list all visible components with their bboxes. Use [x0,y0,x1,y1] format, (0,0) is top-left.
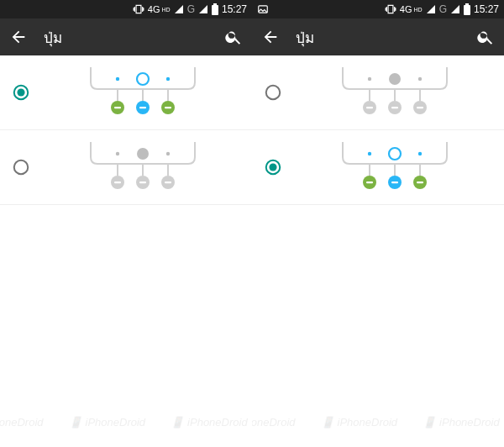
svg-rect-44 [417,107,423,108]
svg-rect-13 [139,107,146,108]
right-pane: 4GHD G 15:27 ปุ่ม [252,0,504,447]
hd-label: HD [162,7,171,13]
svg-point-34 [389,73,401,85]
clock: 15:27 [474,3,499,15]
svg-point-17 [116,152,119,155]
svg-point-47 [368,152,371,155]
radio-unselected[interactable] [12,158,30,176]
svg-rect-24 [114,181,121,183]
left-pane: 4GHD G 15:27 ปุ่ม [0,0,252,447]
watermark: 📱iPhoneDroid 📱iPhoneDroid 📱iPhoneDroid 📱… [252,397,504,447]
page-title: ปุ่ม [44,26,208,49]
option-row-gray[interactable] [252,55,504,130]
network-label: 4G [148,4,160,14]
svg-point-49 [418,152,422,155]
status-bar: 4GHD G 15:27 [0,0,252,18]
svg-rect-26 [139,181,146,183]
signal-icon [426,4,436,14]
vibrate-icon [385,3,396,15]
battery-icon [464,3,470,15]
svg-point-16 [14,160,29,175]
svg-point-32 [266,86,281,100]
svg-point-33 [368,77,371,81]
option-row-colored[interactable] [0,55,252,130]
radio-unselected[interactable] [264,83,282,102]
battery-icon [212,3,218,15]
option-row-colored[interactable] [252,130,504,205]
svg-point-4 [116,77,119,81]
svg-rect-42 [391,107,398,108]
signal-icon [174,4,184,14]
svg-point-19 [166,152,170,155]
svg-rect-54 [366,181,373,183]
svg-rect-11 [114,107,121,108]
signal2-icon [450,4,460,14]
svg-rect-30 [464,5,470,15]
g-label: G [187,3,195,15]
back-icon[interactable] [260,27,281,47]
svg-point-48 [389,148,401,160]
svg-point-3 [17,88,24,96]
watermark: 📱iPhoneDroid 📱iPhoneDroid 📱iPhoneDroid 📱… [0,397,252,447]
radio-selected[interactable] [264,158,282,176]
svg-rect-31 [465,3,469,5]
screenshot-icon [257,3,269,15]
app-bar: ปุ่ม [0,18,252,55]
g-label: G [439,3,447,15]
search-icon[interactable] [223,27,244,47]
network-label: 4G [400,4,412,14]
svg-point-6 [166,77,170,81]
option-row-gray[interactable] [0,130,252,205]
svg-point-5 [137,73,149,85]
app-bar: ปุ่ม [252,18,504,55]
svg-rect-56 [391,181,398,183]
svg-rect-15 [165,107,171,108]
svg-point-46 [269,163,276,171]
hd-label: HD [414,7,423,13]
signal2-icon [198,4,208,14]
svg-rect-1 [213,3,217,5]
vibrate-icon [133,3,144,15]
svg-rect-40 [366,107,373,108]
nav-diagram-colored [45,66,240,119]
svg-rect-0 [212,5,218,15]
svg-rect-28 [165,181,171,183]
nav-diagram-colored [297,140,492,194]
svg-rect-58 [417,181,423,183]
radio-selected[interactable] [12,83,30,102]
svg-point-35 [418,77,422,81]
back-icon[interactable] [8,27,29,47]
nav-diagram-gray [45,140,240,194]
search-icon[interactable] [475,27,496,47]
svg-point-18 [137,148,149,160]
page-title: ปุ่ม [296,26,460,49]
clock: 15:27 [222,3,247,15]
status-bar: 4GHD G 15:27 [252,0,504,18]
nav-diagram-gray [297,66,492,119]
